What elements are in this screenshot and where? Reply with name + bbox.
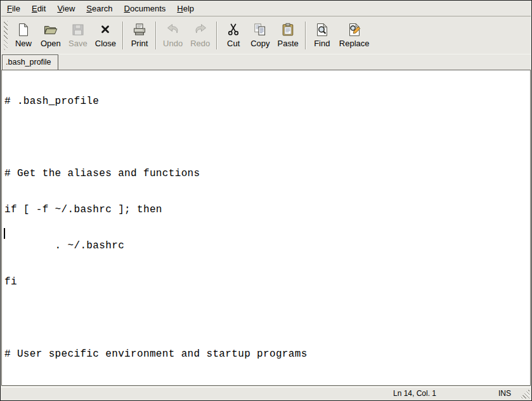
- menubar: File Edit View Search Documents Help: [1, 1, 531, 16]
- close-button-label: Close: [95, 39, 116, 48]
- save-floppy-icon: [70, 22, 86, 37]
- undo-button: Undo: [159, 20, 186, 50]
- editor-line: # User specific environment and startup …: [4, 348, 530, 360]
- menu-view[interactable]: View: [51, 2, 81, 15]
- cut-button[interactable]: Cut: [220, 20, 247, 50]
- toolbar: New Open Save Close: [1, 16, 531, 54]
- new-button-label: New: [15, 39, 32, 48]
- copy-button[interactable]: Copy: [247, 20, 273, 50]
- print-button[interactable]: Print: [126, 20, 153, 50]
- menu-help-label: Help: [177, 4, 194, 13]
- menu-view-label: View: [57, 4, 75, 13]
- close-icon: [98, 22, 113, 37]
- window-resize-grip[interactable]: [519, 389, 529, 398]
- redo-arrow-icon: [193, 22, 208, 37]
- redo-button-label: Redo: [190, 39, 210, 48]
- save-button: Save: [65, 20, 91, 50]
- editor-line: . ~/.bashrc: [4, 240, 530, 252]
- editor-line: [4, 385, 530, 386]
- tab-bar: .bash_profile: [1, 54, 531, 70]
- open-folder-icon: [43, 22, 58, 37]
- cursor-position-status: Ln 14, Col. 1: [393, 389, 436, 398]
- text-caret: [4, 228, 5, 239]
- copy-button-label: Copy: [250, 39, 269, 48]
- close-button[interactable]: Close: [91, 20, 120, 50]
- editor-line: [4, 312, 530, 324]
- menu-file-label: File: [7, 4, 20, 13]
- tab-label: .bash_profile: [6, 58, 51, 67]
- insert-mode-status: INS: [498, 389, 511, 398]
- text-editor-window: File Edit View Search Documents Help New…: [0, 0, 532, 401]
- find-button-label: Find: [314, 39, 330, 48]
- paste-button-label: Paste: [278, 39, 299, 48]
- editor-line: # Get the aliases and functions: [4, 168, 530, 180]
- menu-search[interactable]: Search: [81, 2, 118, 15]
- find-magnifier-icon: [315, 22, 330, 37]
- print-button-label: Print: [131, 39, 148, 48]
- toolbar-separator: [216, 22, 217, 49]
- menu-documents[interactable]: Documents: [119, 2, 172, 15]
- editor-line: fi: [4, 276, 530, 288]
- open-button-label: Open: [41, 39, 61, 48]
- menu-search-label: Search: [86, 4, 112, 13]
- editor-line: if [ -f ~/.bashrc ]; then: [4, 204, 530, 216]
- redo-button: Redo: [186, 20, 214, 50]
- paste-clipboard-icon: [280, 22, 295, 37]
- undo-button-label: Undo: [163, 39, 183, 48]
- new-document-icon: [16, 22, 31, 37]
- save-button-label: Save: [68, 39, 88, 48]
- tab-bash-profile[interactable]: .bash_profile: [2, 54, 58, 70]
- new-button[interactable]: New: [10, 20, 37, 50]
- toolbar-separator: [122, 22, 124, 49]
- print-icon: [132, 22, 147, 37]
- menu-edit[interactable]: Edit: [26, 2, 51, 15]
- menu-help[interactable]: Help: [171, 2, 200, 15]
- toolbar-separator: [305, 22, 306, 49]
- menu-documents-label: Documents: [124, 4, 166, 13]
- paste-button[interactable]: Paste: [274, 20, 302, 50]
- editor-line: # .bash_profile: [4, 96, 530, 108]
- copy-icon: [252, 22, 268, 37]
- text-editor-area[interactable]: # .bash_profile # Get the aliases and fu…: [1, 70, 531, 386]
- menu-edit-label: Edit: [32, 4, 46, 13]
- menu-file[interactable]: File: [1, 2, 26, 15]
- replace-button-label: Replace: [339, 39, 370, 48]
- toolbar-separator: [155, 22, 157, 49]
- find-button[interactable]: Find: [309, 20, 335, 50]
- open-button[interactable]: Open: [37, 20, 65, 50]
- replace-icon: [347, 22, 362, 37]
- replace-button[interactable]: Replace: [335, 20, 373, 50]
- toolbar-drag-handle[interactable]: [4, 21, 8, 50]
- cut-button-label: Cut: [227, 39, 240, 48]
- cut-scissors-icon: [226, 22, 241, 37]
- status-bar: Ln 14, Col. 1 INS: [1, 387, 531, 400]
- editor-line: [4, 132, 530, 144]
- undo-arrow-icon: [165, 22, 181, 37]
